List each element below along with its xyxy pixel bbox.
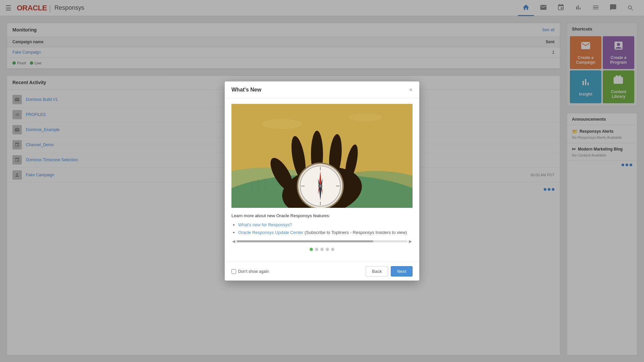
scroll-thumb <box>236 240 373 242</box>
modal-close-button[interactable]: × <box>409 87 413 93</box>
modal-links-list: What's new for Responsys? Oracle Respons… <box>231 222 413 235</box>
dont-show-checkbox[interactable] <box>231 269 236 274</box>
svg-point-7 <box>262 119 302 129</box>
scroll-left-arrow[interactable]: ◀ <box>232 239 235 244</box>
modal-body: Learn more about new Oracle Responsys fe… <box>225 99 419 262</box>
page-dot-3[interactable] <box>320 248 324 251</box>
next-button[interactable]: Next <box>391 266 413 277</box>
update-center-link[interactable]: Oracle Responsys Update Center <box>238 230 303 235</box>
back-button[interactable]: Back <box>366 266 388 277</box>
modal-image <box>231 104 413 208</box>
modal-header: What's New × <box>225 81 419 99</box>
update-center-suffix: (Subscribe to Topliners - Responsys Insi… <box>303 230 407 235</box>
whats-new-link[interactable]: What's new for Responsys? <box>238 222 292 227</box>
scroll-right-arrow[interactable]: ▶ <box>409 239 412 244</box>
modal-footer: Don't show again Back Next <box>225 262 419 281</box>
modal-pagination <box>231 248 413 251</box>
svg-point-8 <box>349 113 382 121</box>
scroll-track[interactable] <box>236 240 408 242</box>
modal-title: What's New <box>231 87 261 93</box>
page-dot-5[interactable] <box>331 248 334 251</box>
dont-show-container: Don't show again <box>231 269 269 274</box>
dont-show-label[interactable]: Don't show again <box>238 269 269 274</box>
svg-point-25 <box>319 185 321 187</box>
whats-new-modal: What's New × <box>225 81 419 281</box>
page-dot-2[interactable] <box>315 248 318 251</box>
modal-link-item: Oracle Responsys Update Center (Subscrib… <box>238 230 413 235</box>
modal-scrollbar: ◀ ▶ <box>231 239 413 244</box>
modal-footer-buttons: Back Next <box>366 266 413 277</box>
modal-overlay: What's New × <box>0 0 644 362</box>
page-dot-4[interactable] <box>326 248 329 251</box>
modal-description: Learn more about new Oracle Responsys fe… <box>231 213 413 218</box>
page-dot-1[interactable] <box>310 248 313 251</box>
modal-link-item: What's new for Responsys? <box>238 222 413 227</box>
